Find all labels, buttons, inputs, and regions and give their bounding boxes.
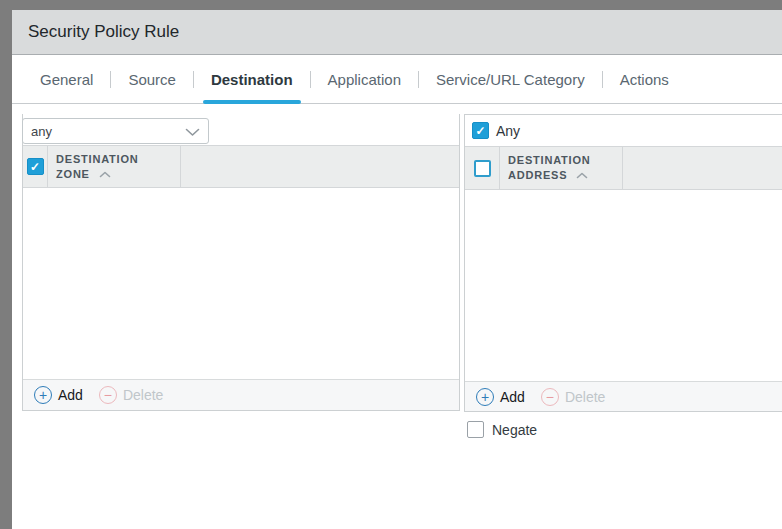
plus-circle-icon: +: [476, 388, 494, 406]
destination-zone-panel: ✓ DESTINATION ZONE + Add: [22, 114, 460, 411]
negate-label: Negate: [492, 422, 537, 438]
dialog-title: Security Policy Rule: [28, 22, 179, 42]
window-frame-left: [0, 0, 12, 529]
security-policy-rule-dialog: Security Policy Rule General Source Dest…: [12, 10, 782, 529]
add-address-button[interactable]: + Add: [476, 388, 525, 406]
select-all-zones-checkbox[interactable]: ✓: [27, 158, 44, 175]
address-list-body: [465, 190, 782, 381]
sort-ascending-icon: [99, 171, 111, 178]
dropdown-selected-value: any: [31, 124, 52, 139]
zone-select-all-cell: ✓: [23, 146, 48, 187]
destination-address-column-header[interactable]: DESTINATION ADDRESS: [500, 147, 623, 189]
address-panel-footer: + Add − Delete: [465, 381, 782, 411]
delete-zone-button[interactable]: − Delete: [99, 386, 163, 404]
tab-destination[interactable]: Destination: [194, 55, 310, 103]
destination-zone-type-dropdown[interactable]: any: [22, 118, 209, 144]
chevron-down-icon: [185, 128, 200, 137]
tab-actions[interactable]: Actions: [603, 55, 686, 103]
check-icon: ✓: [30, 161, 40, 173]
delete-button-label: Delete: [565, 389, 605, 405]
tab-bar: General Source Destination Application S…: [12, 55, 782, 104]
negate-row: Negate: [467, 421, 537, 438]
tab-service-url-category[interactable]: Service/URL Category: [419, 55, 602, 103]
add-button-label: Add: [58, 387, 83, 403]
any-address-checkbox[interactable]: ✓: [472, 122, 489, 139]
window-frame-top: [0, 0, 782, 10]
address-table-header: DESTINATION ADDRESS: [465, 146, 782, 190]
zone-panel-footer: + Add − Delete: [23, 379, 459, 410]
tab-general[interactable]: General: [23, 55, 110, 103]
delete-button-label: Delete: [123, 387, 163, 403]
destination-zone-column-header[interactable]: DESTINATION ZONE: [48, 146, 181, 187]
add-zone-button[interactable]: + Add: [34, 386, 83, 404]
check-icon: ✓: [475, 125, 485, 137]
dialog-titlebar: Security Policy Rule: [12, 10, 782, 55]
negate-checkbox[interactable]: [467, 421, 484, 438]
plus-circle-icon: +: [34, 386, 52, 404]
add-button-label: Add: [500, 389, 525, 405]
address-select-all-cell: [465, 147, 500, 189]
select-all-addresses-checkbox[interactable]: [474, 160, 491, 177]
destination-address-panel: ✓ Any DESTINATION ADDRESS: [464, 114, 782, 412]
tab-application[interactable]: Application: [311, 55, 418, 103]
any-address-label: Any: [496, 123, 520, 139]
zone-list-body: [23, 188, 459, 379]
any-address-row: ✓ Any: [465, 115, 782, 146]
sort-ascending-icon: [576, 172, 588, 179]
delete-address-button[interactable]: − Delete: [541, 388, 605, 406]
address-header-filler: [623, 147, 782, 189]
tab-source[interactable]: Source: [111, 55, 193, 103]
screen: Security Policy Rule General Source Dest…: [0, 0, 782, 529]
zone-header-filler: [181, 146, 459, 187]
minus-circle-icon: −: [99, 386, 117, 404]
zone-table-header: ✓ DESTINATION ZONE: [23, 145, 459, 188]
minus-circle-icon: −: [541, 388, 559, 406]
column-header-label: DESTINATION ZONE: [56, 153, 139, 180]
